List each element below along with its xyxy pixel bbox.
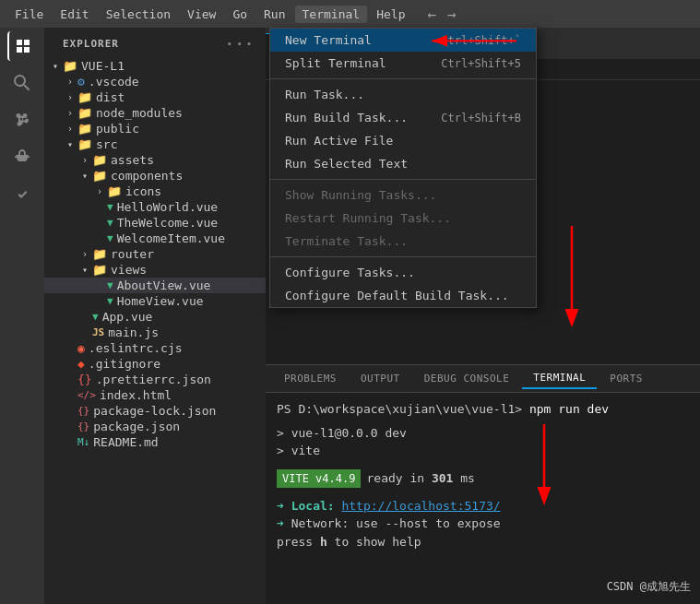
- terminal-line-3: > vite: [277, 442, 689, 460]
- tree-prettierrc[interactable]: › {} .prettierrc.json: [44, 372, 266, 387]
- tree-views[interactable]: ▾ 📁 views: [44, 262, 266, 278]
- dropdown-split-terminal[interactable]: Split Terminal Ctrl+Shift+5: [270, 52, 536, 75]
- tree-app[interactable]: › ▼ App.vue: [44, 309, 266, 325]
- dropdown-terminate-task: Terminate Task...: [270, 230, 536, 253]
- nav-buttons: ← →: [423, 4, 459, 25]
- terminal-help-line: press h to show help: [277, 533, 689, 551]
- terminal-content: PS D:\workspace\xujian\vue\vue-l1> npm r…: [266, 393, 700, 558]
- activity-bar: [0, 28, 44, 604]
- menu-help[interactable]: Help: [369, 6, 412, 23]
- tree-package[interactable]: › {} package.json: [44, 419, 266, 434]
- dropdown-separator-2: [270, 179, 536, 180]
- activity-extensions[interactable]: [7, 179, 37, 208]
- tree-vscode[interactable]: › ⚙ .vscode: [44, 74, 266, 89]
- terminal-tabs: PROBLEMS OUTPUT DEBUG CONSOLE TERMINAL P…: [266, 365, 700, 393]
- tree-router[interactable]: › 📁 router: [44, 246, 266, 262]
- tree-main-js[interactable]: › JS main.js: [44, 325, 266, 340]
- tree-icons[interactable]: › 📁 icons: [44, 184, 266, 199]
- tree-components[interactable]: ▾ 📁 components: [44, 168, 266, 184]
- tree-assets[interactable]: › 📁 assets: [44, 152, 266, 168]
- activity-explorer[interactable]: [7, 31, 37, 61]
- tab-ports[interactable]: PORTS: [599, 369, 654, 388]
- terminal-local-line: ➜ Local: http://localhost:5173/: [277, 497, 689, 515]
- explorer-title: EXPLORER: [63, 38, 119, 50]
- tree-gitignore[interactable]: › ◆ .gitignore: [44, 356, 266, 372]
- tree-package-lock[interactable]: › {} package-lock.json: [44, 403, 266, 419]
- menu-file[interactable]: File: [7, 6, 51, 23]
- tree-eslintrc[interactable]: › ◉ .eslintrc.cjs: [44, 340, 266, 356]
- tree-welcomeitem[interactable]: › ▼ WelcomeItem.vue: [44, 231, 266, 246]
- tree-aboutview[interactable]: › ▼ AboutView.vue: [44, 278, 266, 293]
- tab-output[interactable]: OUTPUT: [350, 369, 411, 388]
- dropdown-configure-default-build[interactable]: Configure Default Build Task...: [270, 284, 536, 307]
- tree-index-html[interactable]: › </> index.html: [44, 387, 266, 403]
- tree-thewelcome[interactable]: › ▼ TheWelcome.vue: [44, 215, 266, 231]
- menu-bar: File Edit Selection View Go Run Terminal…: [7, 6, 412, 23]
- activity-search[interactable]: [7, 68, 37, 98]
- tab-debug-console[interactable]: DEBUG CONSOLE: [413, 369, 521, 388]
- sidebar: EXPLORER ··· ▾ 📁 VUE-L1 › ⚙ .vscode ›: [44, 28, 266, 604]
- tree-node-modules[interactable]: › 📁 node_modules: [44, 105, 266, 121]
- tree-dist[interactable]: › 📁 dist: [44, 89, 266, 105]
- dropdown-restart-running-task: Restart Running Task...: [270, 207, 536, 230]
- sidebar-header: EXPLORER ···: [44, 28, 266, 56]
- tree-helloworld[interactable]: › ▼ HelloWorld.vue: [44, 199, 266, 215]
- dropdown-configure-tasks[interactable]: Configure Tasks...: [270, 261, 536, 284]
- terminal-line-2: > vue-l1@0.0.0 dev: [277, 424, 689, 443]
- dropdown-separator-3: [270, 256, 536, 257]
- dropdown-new-terminal[interactable]: New Terminal Ctrl+Shift+`: [270, 29, 536, 52]
- menu-view[interactable]: View: [180, 6, 223, 23]
- menu-terminal[interactable]: Terminal: [295, 6, 368, 23]
- tree-root[interactable]: ▾ 📁 VUE-L1: [44, 58, 266, 74]
- terminal-network-line: ➜ Network: use --host to expose: [277, 515, 689, 533]
- tree-homeview[interactable]: › ▼ HomeView.vue: [44, 293, 266, 309]
- terminal-panel: PROBLEMS OUTPUT DEBUG CONSOLE TERMINAL P…: [266, 364, 700, 604]
- vite-badge: VITE v4.4.9: [277, 469, 361, 488]
- tree-readme[interactable]: › M↓ README.md: [44, 434, 266, 450]
- forward-button[interactable]: →: [444, 4, 460, 25]
- back-button[interactable]: ←: [423, 4, 440, 25]
- dropdown-run-task[interactable]: Run Task...: [270, 83, 536, 106]
- file-tree: ▾ 📁 VUE-L1 › ⚙ .vscode › 📁 dist ›: [44, 56, 266, 604]
- menu-selection[interactable]: Selection: [99, 6, 178, 23]
- menu-go[interactable]: Go: [225, 6, 255, 23]
- titlebar: File Edit Selection View Go Run Terminal…: [0, 0, 700, 28]
- terminal-vite-ready: VITE v4.4.9 ready in 301 ms: [277, 469, 689, 488]
- dropdown-show-running-tasks: Show Running Tasks...: [270, 184, 536, 207]
- dropdown-run-active-file[interactable]: Run Active File: [270, 129, 536, 152]
- dropdown-separator-1: [270, 78, 536, 79]
- sidebar-options[interactable]: ···: [225, 35, 255, 53]
- terminal-line-1: PS D:\workspace\xujian\vue\vue-l1> npm r…: [277, 400, 689, 419]
- tab-terminal[interactable]: TERMINAL: [522, 368, 597, 389]
- tree-public[interactable]: › 📁 public: [44, 121, 266, 136]
- dropdown-run-build-task[interactable]: Run Build Task... Ctrl+Shift+B: [270, 106, 536, 129]
- menu-run[interactable]: Run: [256, 6, 292, 23]
- activity-git[interactable]: [7, 105, 37, 135]
- dropdown-menu: New Terminal Ctrl+Shift+` Split Terminal…: [269, 28, 537, 308]
- dropdown-run-selected-text[interactable]: Run Selected Text: [270, 152, 536, 175]
- tab-problems[interactable]: PROBLEMS: [273, 369, 348, 388]
- tree-src[interactable]: ▾ 📁 src: [44, 136, 266, 152]
- menu-edit[interactable]: Edit: [53, 6, 96, 23]
- activity-debug[interactable]: [7, 142, 37, 172]
- watermark: CSDN @成旭先生: [607, 579, 691, 595]
